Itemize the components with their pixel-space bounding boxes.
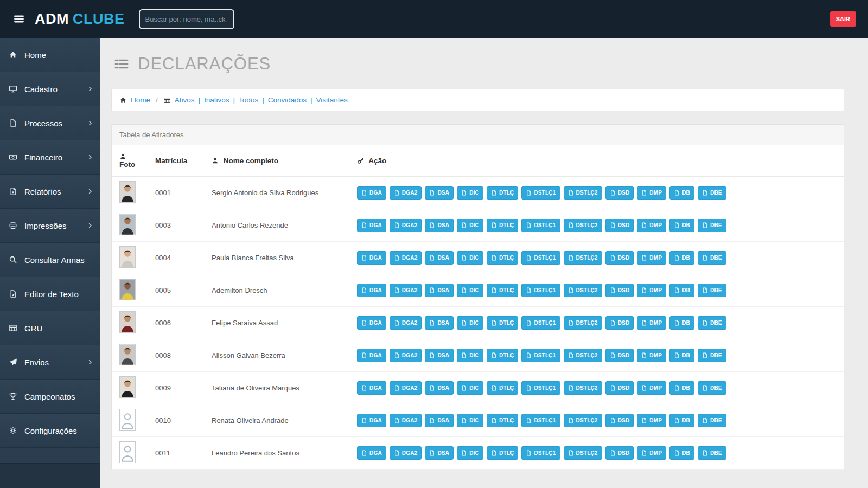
action-button-dga[interactable]: DGA: [357, 219, 386, 232]
action-button-dbe[interactable]: DBE: [698, 381, 726, 395]
action-button-dtlc[interactable]: DTLÇ: [487, 251, 518, 265]
logout-button[interactable]: SAIR: [830, 11, 856, 27]
action-button-dsa[interactable]: DSA: [425, 446, 454, 460]
action-button-dic[interactable]: DIC: [457, 251, 483, 265]
action-button-dbe[interactable]: DBE: [698, 349, 726, 362]
action-button-dstlc1[interactable]: DSTLÇ1: [521, 219, 560, 232]
action-button-dtlc[interactable]: DTLÇ: [487, 414, 518, 427]
sidebar-item-consultar-armas[interactable]: Consultar Armas: [0, 243, 100, 277]
action-button-dstlc2[interactable]: DSTLÇ2: [564, 219, 602, 232]
action-button-dsd[interactable]: DSD: [605, 349, 634, 362]
action-button-dmp[interactable]: DMP: [637, 284, 666, 297]
sidebar-item-financeiro[interactable]: Financeiro: [0, 140, 100, 175]
action-button-dga[interactable]: DGA: [357, 186, 386, 200]
action-button-dbe[interactable]: DBE: [698, 284, 726, 297]
action-button-dbe[interactable]: DBE: [698, 414, 726, 427]
action-button-dstlc1[interactable]: DSTLÇ1: [521, 186, 560, 200]
action-button-dstlc2[interactable]: DSTLÇ2: [564, 446, 602, 460]
sidebar-item-impressoes[interactable]: Impressões: [0, 209, 100, 243]
action-button-dbe[interactable]: DBE: [698, 251, 726, 265]
action-button-dga[interactable]: DGA: [357, 414, 386, 427]
breadcrumb-link-convidados[interactable]: Convidados: [268, 96, 307, 104]
sidebar-item-envios[interactable]: Envios: [0, 345, 100, 380]
action-button-db[interactable]: DB: [669, 186, 694, 200]
action-button-dmp[interactable]: DMP: [637, 316, 666, 330]
action-button-dga2[interactable]: DGA2: [390, 414, 422, 427]
action-button-db[interactable]: DB: [669, 251, 694, 265]
action-button-dmp[interactable]: DMP: [637, 381, 666, 395]
action-button-dic[interactable]: DIC: [457, 316, 483, 330]
action-button-dstlc2[interactable]: DSTLÇ2: [564, 381, 602, 395]
action-button-dga[interactable]: DGA: [357, 251, 386, 265]
action-button-dsd[interactable]: DSD: [605, 219, 634, 232]
breadcrumb-link-todos[interactable]: Todos: [239, 96, 258, 104]
action-button-dmp[interactable]: DMP: [637, 251, 666, 265]
action-button-dtlc[interactable]: DTLÇ: [487, 316, 518, 330]
action-button-dmp[interactable]: DMP: [637, 446, 666, 460]
action-button-dga[interactable]: DGA: [357, 284, 386, 297]
action-button-dstlc2[interactable]: DSTLÇ2: [564, 251, 602, 265]
action-button-dsd[interactable]: DSD: [605, 446, 634, 460]
action-button-dic[interactable]: DIC: [457, 284, 483, 297]
action-button-dstlc1[interactable]: DSTLÇ1: [521, 349, 560, 362]
action-button-dsa[interactable]: DSA: [425, 316, 454, 330]
action-button-dga2[interactable]: DGA2: [390, 446, 422, 460]
action-button-dsa[interactable]: DSA: [425, 219, 454, 232]
action-button-dtlc[interactable]: DTLÇ: [487, 186, 518, 200]
action-button-dsd[interactable]: DSD: [605, 414, 634, 427]
breadcrumb-link-ativos[interactable]: Ativos: [175, 96, 195, 104]
action-button-db[interactable]: DB: [669, 414, 694, 427]
breadcrumb-link-inativos[interactable]: Inativos: [204, 96, 229, 104]
action-button-dic[interactable]: DIC: [457, 414, 483, 427]
action-button-dstlc2[interactable]: DSTLÇ2: [564, 284, 602, 297]
action-button-dga2[interactable]: DGA2: [390, 316, 422, 330]
sidebar-item-cadastro[interactable]: Cadastro: [0, 72, 100, 106]
action-button-dbe[interactable]: DBE: [698, 316, 726, 330]
action-button-dtlc[interactable]: DTLÇ: [487, 381, 518, 395]
sidebar-item-gru[interactable]: GRU: [0, 311, 100, 345]
action-button-db[interactable]: DB: [669, 284, 694, 297]
action-button-dsd[interactable]: DSD: [605, 251, 634, 265]
action-button-dga[interactable]: DGA: [357, 349, 386, 362]
action-button-dga[interactable]: DGA: [357, 381, 386, 395]
action-button-dic[interactable]: DIC: [457, 446, 483, 460]
search-input[interactable]: [139, 9, 234, 29]
action-button-dsa[interactable]: DSA: [425, 349, 454, 362]
action-button-dga2[interactable]: DGA2: [390, 251, 422, 265]
sidebar-item-configuracoes[interactable]: Configurações: [0, 414, 100, 448]
action-button-dsd[interactable]: DSD: [605, 186, 634, 200]
action-button-dtlc[interactable]: DTLÇ: [487, 284, 518, 297]
action-button-dtlc[interactable]: DTLÇ: [487, 219, 518, 232]
breadcrumb-home-link[interactable]: Home: [131, 96, 150, 104]
action-button-dga2[interactable]: DGA2: [390, 186, 422, 200]
action-button-dsa[interactable]: DSA: [425, 251, 454, 265]
action-button-dic[interactable]: DIC: [457, 219, 483, 232]
action-button-db[interactable]: DB: [669, 316, 694, 330]
action-button-dbe[interactable]: DBE: [698, 446, 726, 460]
action-button-dstlc1[interactable]: DSTLÇ1: [521, 414, 560, 427]
breadcrumb-link-visitantes[interactable]: Visitantes: [316, 96, 347, 104]
sidebar-item-relatorios[interactable]: Relatórios: [0, 175, 100, 209]
brand-logo[interactable]: ADMCLUBE: [35, 11, 125, 28]
action-button-dga[interactable]: DGA: [357, 446, 386, 460]
action-button-db[interactable]: DB: [669, 219, 694, 232]
action-button-dmp[interactable]: DMP: [637, 219, 666, 232]
action-button-dstlc2[interactable]: DSTLÇ2: [564, 316, 602, 330]
action-button-dstlc1[interactable]: DSTLÇ1: [521, 446, 560, 460]
action-button-dstlc1[interactable]: DSTLÇ1: [521, 381, 560, 395]
action-button-dsa[interactable]: DSA: [425, 186, 454, 200]
action-button-dic[interactable]: DIC: [457, 349, 483, 362]
action-button-dstlc1[interactable]: DSTLÇ1: [521, 316, 560, 330]
action-button-dstlc2[interactable]: DSTLÇ2: [564, 414, 602, 427]
action-button-dmp[interactable]: DMP: [637, 414, 666, 427]
sidebar-item-editor-de-texto[interactable]: Editor de Texto: [0, 277, 100, 311]
action-button-dstlc1[interactable]: DSTLÇ1: [521, 251, 560, 265]
sidebar-item-home[interactable]: Home: [0, 38, 100, 72]
action-button-dic[interactable]: DIC: [457, 381, 483, 395]
action-button-dsa[interactable]: DSA: [425, 381, 454, 395]
action-button-dga2[interactable]: DGA2: [390, 381, 422, 395]
action-button-dmp[interactable]: DMP: [637, 349, 666, 362]
action-button-dtlc[interactable]: DTLÇ: [487, 349, 518, 362]
action-button-dtlc[interactable]: DTLÇ: [487, 446, 518, 460]
action-button-dstlc1[interactable]: DSTLÇ1: [521, 284, 560, 297]
